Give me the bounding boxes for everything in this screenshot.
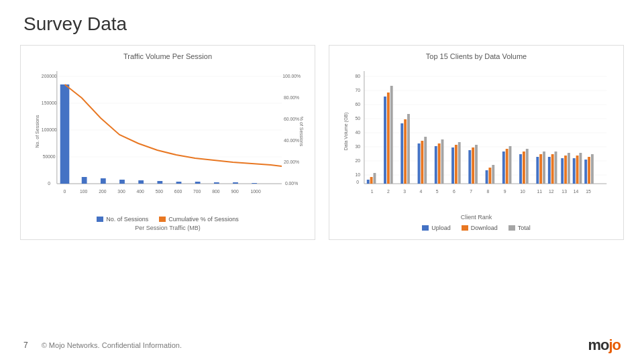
svg-rect-104 <box>588 157 590 184</box>
legend-item-cumulative: Cumulative % of Sessions <box>159 216 239 223</box>
svg-rect-99 <box>568 153 570 184</box>
svg-text:6: 6 <box>453 189 455 194</box>
svg-rect-18 <box>60 84 70 184</box>
svg-rect-23 <box>157 181 162 184</box>
svg-text:Data Volume (GB): Data Volume (GB) <box>343 113 349 151</box>
svg-text:40: 40 <box>355 130 360 135</box>
svg-rect-25 <box>195 182 201 184</box>
left-chart-box: Traffic Volume Per Session 200000 150000… <box>20 45 315 240</box>
svg-rect-102 <box>579 153 582 184</box>
legend-label-total: Total <box>518 225 531 231</box>
logo-jo: jo <box>608 337 621 353</box>
svg-rect-94 <box>548 157 551 184</box>
svg-rect-83 <box>488 168 491 184</box>
svg-text:900: 900 <box>231 189 238 194</box>
svg-text:60: 60 <box>355 102 360 107</box>
svg-text:0: 0 <box>48 181 50 186</box>
svg-text:0: 0 <box>64 189 66 194</box>
svg-rect-98 <box>564 156 567 184</box>
left-chart-xlabel: Per Session Traffic (MB) <box>31 225 305 231</box>
footer-copyright: © Mojo Networks. Confidential Informatio… <box>42 341 182 349</box>
right-chart-title: Top 15 Clients by Data Volume <box>339 52 613 60</box>
legend-item-upload: Upload <box>422 225 451 231</box>
svg-text:200: 200 <box>99 189 106 194</box>
legend-label-cumulative: Cumulative % of Sessions <box>168 216 239 223</box>
right-chart-box: Top 15 Clients by Data Volume 80 70 60 5… <box>329 45 624 240</box>
svg-rect-84 <box>492 165 494 184</box>
svg-text:10: 10 <box>355 172 360 177</box>
svg-rect-65 <box>387 93 390 184</box>
svg-rect-67 <box>400 123 403 184</box>
svg-rect-69 <box>407 114 410 184</box>
legend-label-download: Download <box>471 225 498 231</box>
svg-text:0.00%: 0.00% <box>285 181 298 186</box>
right-chart-legend: Upload Download Total <box>339 225 613 231</box>
svg-text:12: 12 <box>549 189 554 194</box>
svg-rect-73 <box>435 146 437 184</box>
svg-text:80: 80 <box>355 74 360 78</box>
svg-rect-82 <box>486 170 488 184</box>
svg-rect-71 <box>421 141 423 184</box>
svg-text:100000: 100000 <box>42 127 57 132</box>
svg-rect-85 <box>502 152 505 184</box>
svg-rect-24 <box>176 182 182 184</box>
svg-rect-72 <box>424 137 427 184</box>
svg-text:11: 11 <box>537 189 542 194</box>
svg-rect-78 <box>458 142 461 184</box>
svg-text:3: 3 <box>403 189 406 194</box>
legend-color-cumulative <box>159 217 166 222</box>
svg-rect-87 <box>509 146 512 184</box>
svg-text:50: 50 <box>355 116 360 121</box>
svg-text:15: 15 <box>586 189 591 194</box>
legend-item-total: Total <box>508 225 531 231</box>
svg-text:No. of Sessions: No. of Sessions <box>35 115 40 148</box>
svg-rect-26 <box>214 182 219 184</box>
svg-text:300: 300 <box>117 189 125 194</box>
svg-text:500: 500 <box>156 189 163 194</box>
svg-rect-86 <box>506 149 508 184</box>
svg-text:70: 70 <box>355 88 360 93</box>
svg-rect-27 <box>233 182 238 184</box>
svg-rect-103 <box>584 160 587 184</box>
svg-rect-70 <box>418 143 421 184</box>
svg-rect-101 <box>576 156 579 184</box>
svg-text:1: 1 <box>371 189 374 194</box>
svg-text:20.00%: 20.00% <box>284 160 299 164</box>
svg-rect-79 <box>468 150 471 184</box>
legend-item-download: Download <box>462 225 498 231</box>
left-chart-legend: No. of Sessions Cumulative % of Sessions <box>31 216 305 223</box>
svg-text:8: 8 <box>487 189 490 194</box>
svg-text:5: 5 <box>436 189 439 194</box>
legend-label-sessions: No. of Sessions <box>106 216 148 223</box>
svg-text:200000: 200000 <box>42 74 57 78</box>
legend-color-upload <box>422 225 429 231</box>
svg-rect-89 <box>523 152 525 184</box>
svg-text:700: 700 <box>193 189 201 194</box>
svg-text:400: 400 <box>137 189 144 194</box>
legend-item-sessions: No. of Sessions <box>97 216 148 223</box>
legend-color-sessions <box>97 217 103 222</box>
svg-text:40.00%: 40.00% <box>284 138 299 143</box>
svg-text:30: 30 <box>355 144 360 149</box>
right-chart-xlabel: Client Rank <box>339 214 613 221</box>
legend-color-download <box>462 225 468 231</box>
legend-label-upload: Upload <box>431 225 451 231</box>
svg-rect-81 <box>475 145 478 184</box>
svg-rect-68 <box>404 119 407 184</box>
svg-text:10: 10 <box>520 189 525 194</box>
svg-rect-64 <box>384 97 386 184</box>
svg-rect-91 <box>536 157 539 184</box>
svg-text:% of Sessions: % of Sessions <box>299 117 304 147</box>
svg-text:800: 800 <box>212 189 219 194</box>
charts-container: Traffic Volume Per Session 200000 150000… <box>0 45 644 240</box>
legend-color-total <box>508 225 515 231</box>
svg-rect-19 <box>82 177 87 184</box>
svg-text:100: 100 <box>80 189 87 194</box>
svg-rect-77 <box>455 145 458 184</box>
svg-rect-96 <box>555 152 557 184</box>
svg-text:4: 4 <box>420 189 423 194</box>
svg-text:1000: 1000 <box>251 189 261 194</box>
svg-rect-63 <box>374 173 376 184</box>
logo-mo: mo <box>588 337 608 353</box>
svg-rect-74 <box>438 143 441 184</box>
